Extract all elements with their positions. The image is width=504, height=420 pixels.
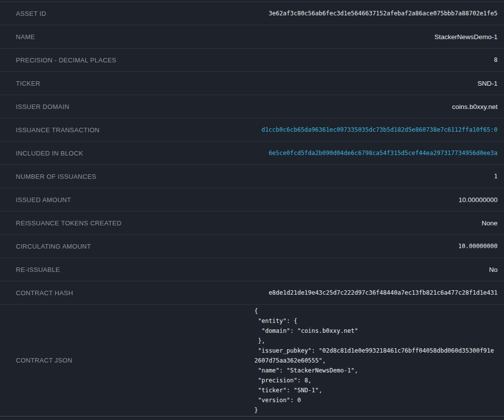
ticker-label: TICKER: [16, 80, 40, 87]
issuance-transaction-link[interactable]: d1ccb0c6cb65da96361ec097335035dc73b5d182…: [261, 126, 498, 133]
detail-row-number-of-issuances: NUMBER OF ISSUANCES 1: [0, 165, 504, 188]
included-in-block-label: INCLUDED IN BLOCK: [16, 150, 83, 157]
reissuance-tokens-value: None: [482, 219, 498, 227]
ticker-value: SND-1: [477, 80, 498, 87]
asset-id-value: 3e62af3c80c56ab6fec3d1e5646637152afebaf2…: [269, 10, 498, 17]
reissuable-label: RE-ISSUABLE: [16, 266, 60, 273]
issued-amount-value: 10.00000000: [458, 196, 498, 204]
detail-row-precision: PRECISION - DECIMAL PLACES 8: [0, 49, 504, 72]
detail-row-asset-id: ASSET ID 3e62af3c80c56ab6fec3d1e56466371…: [0, 2, 504, 25]
circulating-amount-label: CIRCULATING AMOUNT: [16, 243, 91, 250]
contract-json-label: CONTRACT JSON: [16, 357, 72, 364]
precision-label: PRECISION - DECIMAL PLACES: [16, 56, 116, 64]
name-value: StackerNewsDemo-1: [434, 33, 498, 41]
included-in-block-link[interactable]: 6e5ce0fcd5fda2b090d04de6c6798ca54f315d5c…: [269, 150, 498, 157]
detail-row-name: NAME StackerNewsDemo-1: [0, 25, 504, 49]
issuance-transaction-label: ISSUANCE TRANSACTION: [16, 126, 100, 134]
asset-id-label: ASSET ID: [16, 10, 46, 17]
detail-row-issuer-domain: ISSUER DOMAIN coins.b0xxy.net: [0, 95, 504, 118]
issuer-domain-value: coins.b0xxy.net: [452, 103, 498, 110]
detail-row-ticker: TICKER SND-1: [0, 72, 504, 95]
detail-row-reissuance-tokens: REISSUANCE TOKENS CREATED None: [0, 211, 504, 235]
detail-row-included-in-block: INCLUDED IN BLOCK 6e5ce0fcd5fda2b090d04d…: [0, 142, 504, 165]
number-of-issuances-value: 1: [494, 173, 498, 180]
reissuance-tokens-label: REISSUANCE TOKENS CREATED: [16, 219, 121, 227]
detail-row-contract-hash: CONTRACT HASH e8de1d21de19e43c25d7c222d9…: [0, 281, 504, 305]
number-of-issuances-label: NUMBER OF ISSUANCES: [16, 173, 96, 180]
detail-row-issuance-transaction: ISSUANCE TRANSACTION d1ccb0c6cb65da96361…: [0, 118, 504, 142]
asset-details-table: ASSET ID 3e62af3c80c56ab6fec3d1e56466371…: [0, 1, 504, 417]
detail-row-issued-amount: ISSUED AMOUNT 10.00000000: [0, 188, 504, 211]
reissuable-value: No: [489, 266, 498, 273]
contract-json-value: { "entity": { "domain": "coins.b0xxy.net…: [254, 305, 498, 416]
name-label: NAME: [16, 33, 35, 41]
contract-hash-value: e8de1d21de19e43c25d7c222d97c36f48440a7ec…: [269, 289, 498, 296]
detail-row-contract-json: CONTRACT JSON { "entity": { "domain": "c…: [0, 305, 504, 417]
contract-hash-label: CONTRACT HASH: [16, 289, 73, 297]
issued-amount-label: ISSUED AMOUNT: [16, 196, 71, 204]
issuer-domain-label: ISSUER DOMAIN: [16, 103, 69, 110]
detail-row-reissuable: RE-ISSUABLE No: [0, 258, 504, 281]
detail-row-circulating-amount: CIRCULATING AMOUNT 10.00000000: [0, 235, 504, 258]
precision-value: 8: [494, 56, 498, 63]
circulating-amount-value: 10.00000000: [458, 243, 498, 250]
